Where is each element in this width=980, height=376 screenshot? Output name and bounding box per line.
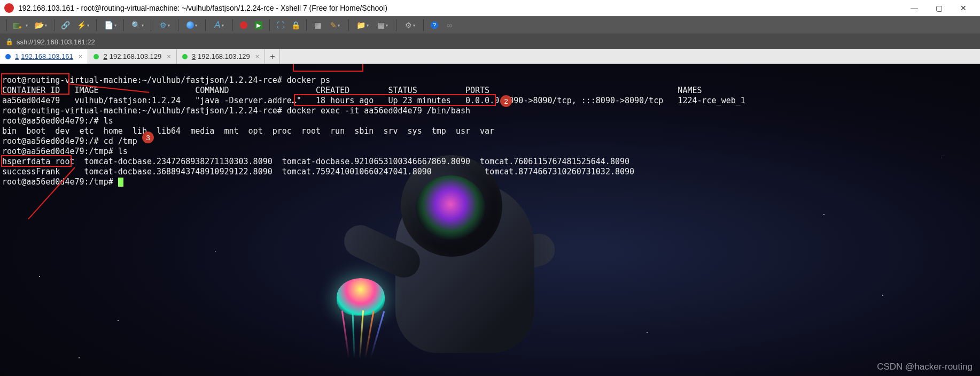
tab-label: 192.168.103.129 [198,52,250,60]
status-dot-icon [182,54,188,59]
minimize-button[interactable]: — [902,4,927,12]
globe-icon[interactable]: ▾ [183,19,201,32]
status-dot-icon [94,54,99,59]
tab-close-icon[interactable]: × [79,52,83,60]
copy-icon[interactable]: 📄▾ [101,19,119,32]
session-tabs: 1 192.168.103.161 × 2 192.168.103.129 × … [0,49,980,64]
link-icon[interactable]: ∞ [443,19,456,32]
tab-label: 192.168.103.129 [110,52,162,60]
tab-accel: 1 [15,52,19,60]
tab-close-icon[interactable]: × [167,52,171,60]
fullscreen-icon[interactable]: ⛶ [274,19,287,32]
terminal-output: root@routing-virtual-machine:~/vulhub/fa… [2,65,978,197]
lock-icon[interactable]: 🔒 [289,19,302,32]
tab-label: 192.168.103.161 [21,52,73,60]
script-icon[interactable]: 📁▾ [353,19,371,32]
address-bar[interactable]: 🔒 ssh://192.168.103.161:22 [0,34,980,49]
address-url: ssh://192.168.103.161:22 [17,38,95,46]
font-icon[interactable]: A▾ [210,19,228,32]
title-bar: 192.168.103.161 - root@routing-virtual-m… [0,0,980,16]
tab-accel: 3 [192,52,196,60]
start-icon[interactable]: ▶ [252,19,265,32]
maximize-button[interactable]: ▢ [927,4,951,12]
window-title: 192.168.103.161 - root@routing-virtual-m… [18,4,387,12]
properties-icon[interactable]: ⚙▾ [155,19,174,32]
grid-icon[interactable]: ▦ [311,19,324,32]
swirl-icon[interactable] [237,19,250,32]
settings-icon[interactable]: ⚙▾ [401,19,419,32]
main-toolbar: ▥✦▾ 📂▾ 🔗 ⚡▾ 📄▾ 🔍▾ ⚙▾ ▾ A▾ ▶ ⛶ 🔒 ▦ ✎▾ 📁▾ … [0,16,980,34]
layout-icon[interactable]: ▤▾ [374,19,392,32]
lock-small-icon: 🔒 [5,38,13,45]
help-icon[interactable]: ? [428,19,441,32]
tab-close-icon[interactable]: × [255,52,260,60]
reconnect-icon[interactable]: 🔗 [59,19,72,32]
add-tab-button[interactable]: + [265,49,280,64]
session-tab-2[interactable]: 2 192.168.103.129 × [88,49,176,64]
session-tab-3[interactable]: 3 192.168.103.129 × [177,49,265,64]
find-icon[interactable]: 🔍▾ [128,19,146,32]
terminal-cursor [118,178,123,187]
app-swirl-icon [4,3,14,13]
highlighter-icon[interactable]: ✎▾ [326,19,344,32]
disconnect-icon[interactable]: ⚡▾ [74,19,92,32]
tab-accel: 2 [103,52,107,60]
close-button[interactable]: ✕ [951,4,976,12]
open-icon[interactable]: 📂▾ [32,19,50,32]
new-session-icon[interactable]: ▥✦▾ [11,19,29,32]
terminal-pane[interactable]: root@routing-virtual-machine:~/vulhub/fa… [0,64,980,376]
session-tab-1[interactable]: 1 192.168.103.161 × [0,49,88,64]
status-dot-icon [5,54,11,59]
